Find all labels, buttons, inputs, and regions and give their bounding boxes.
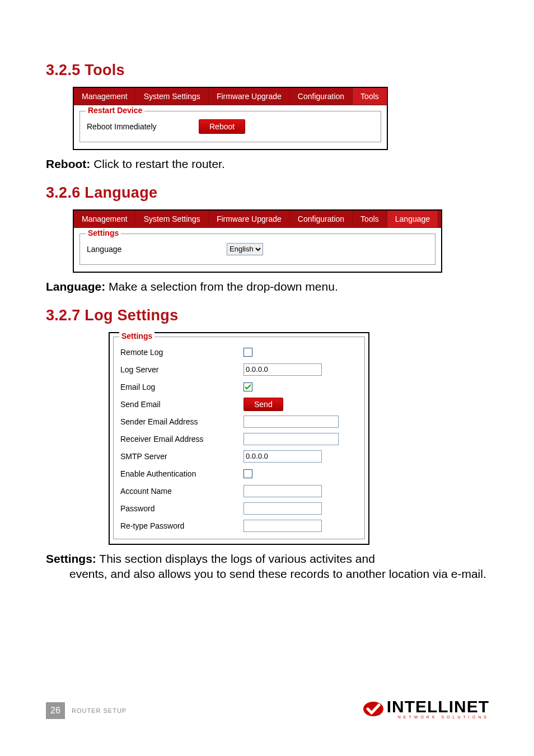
send-button[interactable]: Send: [243, 398, 283, 411]
label-smtp-server: SMTP Server: [120, 452, 243, 461]
reboot-description: Reboot: Click to restart the router.: [46, 157, 489, 172]
tab-configuration[interactable]: Configuration: [290, 211, 353, 227]
fieldset-log-settings: Settings Remote Log Log Server Email Log…: [113, 337, 365, 539]
tab-configuration[interactable]: Configuration: [290, 88, 353, 105]
tab-system-settings[interactable]: System Settings: [136, 88, 209, 105]
tab-tools[interactable]: Tools: [353, 88, 387, 105]
tabstrip-tools: Management System Settings Firmware Upgr…: [74, 88, 387, 105]
fieldset-language-settings: Settings Language English: [79, 234, 435, 265]
label-password: Password: [120, 504, 243, 513]
page-number-badge: 26: [46, 702, 65, 719]
brand-tagline: NETWORK SOLUTIONS: [387, 715, 489, 719]
tools-panel: Management System Settings Firmware Upgr…: [73, 87, 388, 150]
tab-firmware-upgrade[interactable]: Firmware Upgrade: [209, 211, 290, 227]
svg-point-0: [363, 702, 383, 716]
label-account-name: Account Name: [120, 487, 243, 496]
footer: 26 ROUTER SETUP INTELLINET NETWORK SOLUT…: [46, 699, 489, 719]
heading-language: 3.2.6 Language: [46, 184, 489, 202]
label-email-log: Email Log: [120, 382, 243, 391]
checkmark-icon: [362, 701, 385, 717]
reboot-button[interactable]: Reboot: [199, 119, 245, 134]
tab-system-settings[interactable]: System Settings: [136, 211, 209, 227]
language-description: Language: Make a selection from the drop…: [46, 279, 489, 295]
legend-log-settings: Settings: [119, 332, 154, 340]
language-select[interactable]: English: [227, 243, 263, 255]
legend-restart: Restart Device: [86, 106, 144, 115]
label-sender-email: Sender Email Address: [120, 417, 243, 426]
input-password[interactable]: [243, 502, 322, 515]
input-account-name[interactable]: [243, 485, 322, 497]
label-retype-password: Re-type Password: [120, 521, 243, 530]
tab-management[interactable]: Management: [74, 88, 136, 105]
label-reboot-immediately: Reboot Immediately: [87, 122, 199, 131]
settings-description: Settings: This section displays the logs…: [46, 552, 489, 582]
language-panel: Management System Settings Firmware Upgr…: [73, 209, 442, 273]
checkbox-enable-auth[interactable]: [243, 469, 252, 478]
label-remote-log: Remote Log: [120, 348, 243, 357]
legend-settings: Settings: [86, 228, 121, 237]
input-receiver-email[interactable]: [243, 433, 339, 445]
brand-name: INTELLINET: [387, 699, 489, 714]
tab-firmware-upgrade[interactable]: Firmware Upgrade: [209, 88, 290, 105]
label-send-email: Send Email: [120, 400, 243, 409]
input-sender-email[interactable]: [243, 416, 339, 428]
tab-language[interactable]: Language: [387, 211, 438, 227]
tab-management[interactable]: Management: [74, 211, 136, 227]
heading-log-settings: 3.2.7 Log Settings: [46, 307, 489, 324]
label-receiver-email: Receiver Email Address: [120, 435, 243, 444]
input-smtp-server[interactable]: [243, 450, 322, 463]
checkbox-remote-log[interactable]: [243, 348, 252, 357]
label-log-server: Log Server: [120, 365, 243, 374]
log-settings-panel: Settings Remote Log Log Server Email Log…: [109, 332, 369, 545]
input-log-server[interactable]: [243, 363, 322, 376]
tab-tools[interactable]: Tools: [353, 211, 387, 227]
fieldset-restart-device: Restart Device Reboot Immediately Reboot: [79, 111, 381, 142]
brand-logo: INTELLINET NETWORK SOLUTIONS: [362, 699, 489, 719]
label-language: Language: [87, 245, 227, 254]
checkbox-email-log[interactable]: [243, 382, 252, 391]
footer-section-label: ROUTER SETUP: [72, 707, 127, 714]
input-retype-password[interactable]: [243, 520, 322, 532]
tabstrip-language: Management System Settings Firmware Upgr…: [74, 211, 441, 228]
label-enable-auth: Enable Authentication: [120, 469, 243, 478]
heading-tools: 3.2.5 Tools: [46, 62, 489, 79]
